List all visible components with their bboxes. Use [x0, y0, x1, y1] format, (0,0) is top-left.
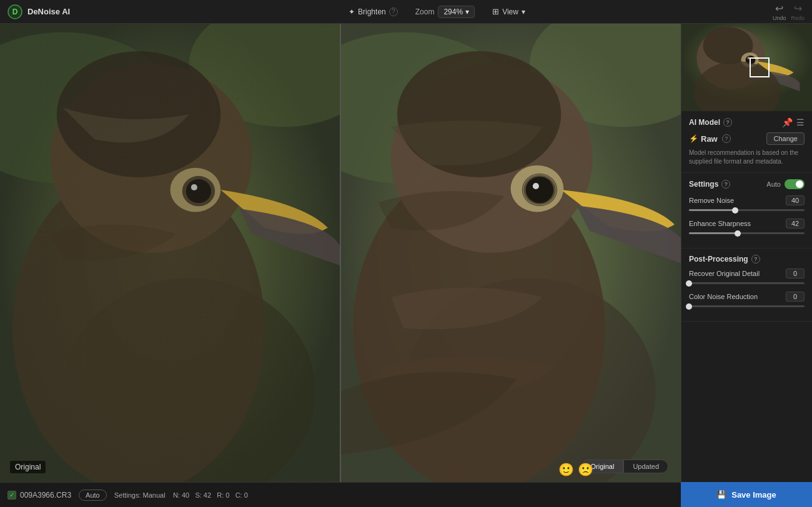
view-button[interactable]: ⊞ View ▾: [487, 4, 530, 19]
recover-detail-thumb[interactable]: [686, 280, 692, 287]
settings-row: Settings ? Auto: [689, 179, 805, 189]
redo-button[interactable]: ↪ Redo: [791, 2, 805, 21]
post-processing-title: Post-Processing ?: [689, 255, 760, 263]
remove-noise-value: 40: [786, 195, 805, 205]
zoom-area: Zoom 294% ▾: [415, 6, 475, 18]
svg-point-25: [533, 183, 539, 189]
color-noise-thumb[interactable]: [686, 303, 692, 310]
post-processing-header: Post-Processing ?: [689, 255, 805, 263]
enhance-sharpness-thumb[interactable]: [735, 230, 741, 237]
enhance-sharpness-value: 42: [786, 219, 805, 229]
topbar-right: ↩ Undo ↪ Redo: [773, 2, 805, 21]
svg-text:D: D: [12, 7, 18, 16]
color-noise-slider-row: Color Noise Reduction 0: [689, 292, 805, 307]
undo-button[interactable]: ↩ Undo: [773, 2, 786, 21]
settings-info: Settings: Manual N: 40 S: 42 R: 0 C: 0: [114, 491, 248, 499]
auto-toggle[interactable]: [785, 179, 805, 189]
chevron-down-icon: ▾: [465, 7, 469, 16]
ai-model-section: AI Model ? 📌 ☰ ⚡ Raw ? Change Model reco…: [681, 111, 812, 173]
redo-icon: ↪: [794, 2, 802, 14]
pin-icon-button[interactable]: 📌: [782, 117, 793, 127]
file-checkbox: ✓ 009A3966.CR3: [7, 491, 71, 500]
remove-noise-fill: [689, 209, 735, 211]
logo-area: D DeNoise AI: [7, 4, 101, 19]
change-model-button[interactable]: Change: [766, 132, 805, 145]
lightning-icon: ⚡: [689, 134, 698, 143]
ai-model-header: AI Model ? 📌 ☰: [689, 117, 805, 127]
zoom-dropdown[interactable]: 294% ▾: [438, 6, 475, 18]
thumbnail-selector[interactable]: [750, 57, 770, 77]
post-processing-help-icon[interactable]: ?: [751, 255, 760, 263]
check-mark-icon: ✓: [9, 491, 14, 498]
save-image-button[interactable]: 💾 Save Image: [681, 482, 812, 507]
right-panel: AI Model ? 📌 ☰ ⚡ Raw ? Change Model reco…: [681, 24, 812, 482]
color-noise-value: 0: [786, 292, 805, 302]
chevron-down-icon-2: ▾: [522, 7, 525, 16]
image-viewer[interactable]: Original: [0, 24, 681, 482]
color-noise-header: Color Noise Reduction 0: [689, 292, 805, 302]
ai-model-help-icon[interactable]: ?: [723, 118, 732, 127]
enhance-sharpness-slider-row: Enhance Sharpness 42: [689, 219, 805, 234]
enhance-sharpness-fill: [689, 232, 738, 234]
remove-noise-thumb[interactable]: [732, 207, 738, 214]
remove-noise-slider-row: Remove Noise 40: [689, 195, 805, 211]
star-icon: ✦: [349, 7, 355, 16]
ai-model-icons: 📌 ☰: [782, 117, 805, 127]
remove-noise-header: Remove Noise 40: [689, 195, 805, 205]
ai-model-title: AI Model ?: [689, 118, 732, 127]
list-icon-button[interactable]: ☰: [796, 117, 805, 127]
svg-point-24: [526, 177, 553, 203]
save-icon: 💾: [716, 490, 726, 500]
settings-section: Settings ? Auto Remove Noise 40: [681, 173, 812, 249]
post-processing-section: Post-Processing ? Recover Original Detai…: [681, 249, 812, 322]
app-title: DeNoise AI: [27, 7, 70, 16]
svg-rect-14: [0, 24, 340, 482]
updated-view-button[interactable]: Updated: [623, 460, 668, 473]
frown-button[interactable]: 🙁: [578, 462, 593, 477]
smile-button[interactable]: 🙂: [558, 462, 574, 477]
original-panel: Original: [0, 24, 340, 482]
ai-model-row: ⚡ Raw ? Change: [689, 132, 805, 145]
color-noise-track[interactable]: [689, 305, 805, 307]
view-mode-buttons: Original Updated: [582, 460, 669, 473]
recover-detail-track[interactable]: [689, 282, 805, 284]
app-logo-icon: D: [7, 4, 22, 19]
brighten-button[interactable]: ✦ Brighten ?: [344, 5, 403, 19]
topbar: D DeNoise AI ✦ Brighten ? Zoom 294% ▾ ⊞ …: [0, 0, 812, 24]
filename-label: 009A3966.CR3: [20, 491, 71, 500]
split-divider[interactable]: [340, 24, 341, 482]
auto-toggle-area: Auto: [766, 179, 805, 189]
model-description: Model recommendation is based on the sup…: [689, 149, 805, 166]
enhance-sharpness-header: Enhance Sharpness 42: [689, 219, 805, 229]
model-help-icon[interactable]: ?: [722, 134, 731, 143]
file-select-checkbox[interactable]: ✓: [7, 491, 16, 500]
main-area: Original: [0, 24, 812, 482]
recover-detail-slider-row: Recover Original Detail 0: [689, 268, 805, 284]
processed-image: [340, 24, 681, 482]
settings-title: Settings ?: [689, 180, 730, 189]
settings-help-icon[interactable]: ?: [721, 180, 730, 189]
recover-detail-value: 0: [786, 268, 805, 278]
original-panel-label: Original: [10, 461, 46, 473]
undo-icon: ↩: [775, 2, 783, 14]
processed-panel: [340, 24, 681, 482]
model-badge: ⚡ Raw ?: [689, 134, 731, 144]
help-icon: ?: [389, 7, 398, 16]
emoji-buttons: 🙂 🙁: [558, 462, 593, 477]
auto-pill-button[interactable]: Auto: [79, 490, 107, 501]
thumbnail-area: [681, 24, 812, 111]
thumbnail-image: [681, 24, 812, 111]
recover-detail-header: Recover Original Detail 0: [689, 268, 805, 278]
grid-icon: ⊞: [492, 7, 499, 16]
enhance-sharpness-track[interactable]: [689, 232, 805, 234]
split-container: Original: [0, 24, 681, 482]
original-image: [0, 24, 340, 482]
remove-noise-track[interactable]: [689, 209, 805, 211]
topbar-center: ✦ Brighten ? Zoom 294% ▾ ⊞ View ▾: [101, 4, 773, 19]
